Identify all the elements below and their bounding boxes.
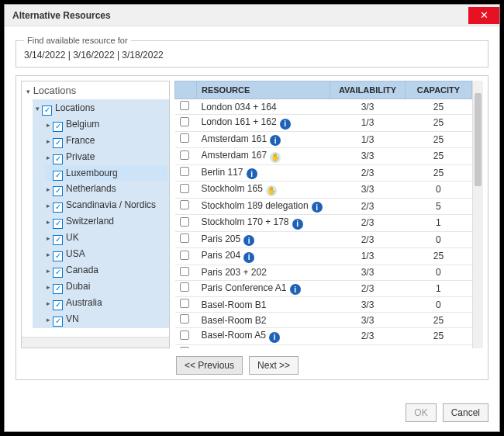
caret-icon[interactable] bbox=[45, 230, 51, 246]
next-button[interactable]: Next >> bbox=[249, 356, 299, 375]
table-row[interactable]: Basel-Room A5i2/325 bbox=[175, 328, 472, 345]
row-checkbox[interactable] bbox=[180, 314, 189, 324]
row-checkbox[interactable] bbox=[180, 151, 189, 160]
info-icon[interactable]: i bbox=[243, 235, 254, 246]
info-icon[interactable]: i bbox=[280, 119, 291, 130]
previous-button[interactable]: << Previous bbox=[176, 356, 243, 375]
locations-tree[interactable]: Locations Locations BelgiumFrancePrivate… bbox=[21, 81, 170, 348]
hand-icon[interactable]: ✋ bbox=[270, 152, 281, 163]
row-checkbox[interactable] bbox=[180, 347, 189, 349]
info-icon[interactable]: i bbox=[247, 168, 257, 179]
table-row[interactable]: Stockholm 170 + 178i2/31 bbox=[175, 215, 472, 232]
tree-item[interactable]: VN bbox=[45, 311, 167, 327]
ok-button[interactable]: OK bbox=[406, 403, 436, 422]
row-checkbox[interactable] bbox=[180, 200, 189, 209]
caret-icon[interactable] bbox=[45, 247, 51, 262]
row-checkbox[interactable] bbox=[180, 167, 189, 176]
caret-icon[interactable] bbox=[45, 117, 51, 133]
tree-item[interactable]: Belgium bbox=[45, 116, 167, 133]
info-icon[interactable]: i bbox=[243, 252, 254, 263]
caret-icon[interactable] bbox=[45, 214, 51, 230]
table-row[interactable]: Amsterdam 167✋3/325 bbox=[175, 148, 472, 165]
row-checkbox[interactable] bbox=[180, 101, 189, 110]
caret-icon[interactable] bbox=[45, 182, 51, 197]
tree-item[interactable]: Luxembourg bbox=[45, 165, 167, 181]
row-checkbox[interactable] bbox=[180, 133, 189, 143]
checkbox[interactable] bbox=[53, 122, 63, 132]
checkbox[interactable] bbox=[53, 300, 63, 310]
resource-name: Basel-Room A5 bbox=[201, 330, 265, 341]
col-resource[interactable]: RESOURCE bbox=[196, 81, 330, 99]
checkbox[interactable] bbox=[53, 186, 63, 196]
scroll-thumb[interactable] bbox=[475, 93, 482, 186]
caret-icon[interactable] bbox=[45, 296, 51, 311]
row-checkbox[interactable] bbox=[180, 282, 189, 292]
table-row[interactable]: Amsterdam 161i1/325 bbox=[175, 131, 472, 148]
tree-item[interactable]: UK bbox=[45, 230, 167, 246]
tree-item[interactable]: Switzerland bbox=[45, 213, 167, 230]
caret-icon[interactable] bbox=[45, 133, 51, 149]
caret-icon[interactable] bbox=[45, 279, 51, 295]
checkbox[interactable] bbox=[53, 138, 63, 148]
row-checkbox[interactable] bbox=[180, 217, 189, 227]
hand-icon[interactable]: ✋ bbox=[266, 185, 277, 196]
table-row[interactable]: London 034 + 1643/325 bbox=[175, 99, 472, 115]
info-icon[interactable]: i bbox=[290, 284, 301, 295]
tree-item[interactable]: Canada bbox=[45, 262, 167, 279]
availability-cell: 3/3 bbox=[330, 99, 406, 115]
caret-icon[interactable] bbox=[45, 198, 51, 213]
collapse-icon[interactable] bbox=[26, 85, 30, 96]
table-row[interactable]: Paris 205i2/30 bbox=[175, 231, 472, 248]
table-row[interactable]: Berlin 117i2/325 bbox=[175, 164, 472, 182]
col-availability[interactable]: AVAILABILITY bbox=[330, 81, 406, 99]
checkbox[interactable] bbox=[53, 317, 63, 327]
col-capacity[interactable]: CAPACITY bbox=[405, 81, 471, 99]
info-icon[interactable]: i bbox=[312, 202, 323, 213]
row-checkbox[interactable] bbox=[180, 267, 189, 276]
horizontal-scrollbar[interactable] bbox=[22, 337, 169, 348]
capacity-cell: 1 bbox=[405, 344, 471, 348]
vertical-scrollbar[interactable] bbox=[472, 81, 483, 348]
tree-item[interactable]: Scandinavia / Nordics bbox=[45, 197, 167, 213]
caret-icon[interactable] bbox=[34, 101, 40, 116]
table-row[interactable]: London 161 + 162i1/325 bbox=[175, 115, 472, 132]
table-row[interactable]: Espoo - kokoushuone 13/31 bbox=[175, 344, 472, 348]
checkbox[interactable] bbox=[53, 268, 63, 278]
checkbox[interactable] bbox=[53, 251, 63, 261]
checkbox[interactable] bbox=[42, 106, 52, 116]
table-row[interactable]: Stockholm 165✋3/30 bbox=[175, 182, 472, 199]
info-icon[interactable]: i bbox=[269, 332, 280, 343]
tree-item[interactable]: Private bbox=[45, 149, 167, 165]
checkbox[interactable] bbox=[53, 284, 63, 294]
checkbox[interactable] bbox=[53, 154, 63, 164]
caret-icon[interactable] bbox=[45, 150, 51, 165]
row-checkbox[interactable] bbox=[180, 330, 189, 340]
row-checkbox[interactable] bbox=[180, 299, 189, 308]
table-row[interactable]: Basel-Room B23/325 bbox=[175, 313, 472, 328]
row-checkbox[interactable] bbox=[180, 117, 189, 126]
row-checkbox[interactable] bbox=[180, 234, 189, 243]
table-row[interactable]: Paris Conference A1i2/31 bbox=[175, 280, 472, 297]
checkbox[interactable] bbox=[53, 202, 63, 213]
close-button[interactable]: ✕ bbox=[468, 7, 499, 24]
table-row[interactable]: Basel-Room B13/30 bbox=[175, 297, 472, 313]
checkbox[interactable] bbox=[53, 235, 63, 245]
tree-item[interactable]: Dubai bbox=[45, 279, 167, 295]
checkbox[interactable] bbox=[53, 219, 63, 229]
caret-icon[interactable] bbox=[45, 312, 51, 327]
row-checkbox[interactable] bbox=[180, 184, 189, 193]
table-row[interactable]: Stockholm 189 delegationi2/35 bbox=[175, 198, 472, 215]
tree-item[interactable]: USA bbox=[45, 246, 167, 262]
tree-root[interactable]: Locations BelgiumFrancePrivateLuxembourg… bbox=[33, 99, 169, 328]
info-icon[interactable]: i bbox=[270, 135, 281, 146]
table-row[interactable]: Paris 204i1/325 bbox=[175, 248, 472, 265]
row-checkbox[interactable] bbox=[180, 251, 189, 260]
info-icon[interactable]: i bbox=[292, 219, 303, 230]
caret-icon[interactable] bbox=[45, 263, 51, 279]
tree-item[interactable]: France bbox=[45, 133, 167, 149]
checkbox[interactable] bbox=[53, 171, 63, 181]
table-row[interactable]: Paris 203 + 2023/30 bbox=[175, 265, 472, 280]
tree-item[interactable]: Australia bbox=[45, 295, 167, 311]
cancel-button[interactable]: Cancel bbox=[443, 403, 488, 422]
tree-item[interactable]: Netherlands bbox=[45, 181, 167, 197]
